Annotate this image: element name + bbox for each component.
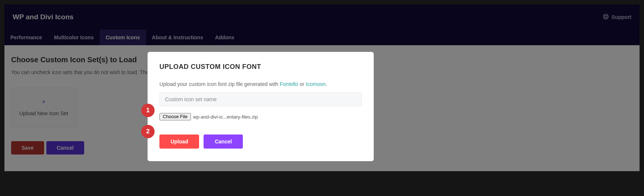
- svg-line-3: [607, 14, 608, 16]
- tab-performance[interactable]: Performance: [4, 30, 48, 45]
- tab-addons[interactable]: Addons: [209, 30, 240, 45]
- plus-icon: +: [42, 99, 45, 105]
- modal-desc-period: .: [326, 81, 327, 87]
- svg-line-4: [604, 17, 605, 19]
- svg-point-1: [605, 16, 607, 18]
- cancel-button[interactable]: Cancel: [46, 141, 84, 155]
- save-button[interactable]: Save: [11, 141, 44, 155]
- upload-modal: UPLOAD CUSTOM ICON FONT Upload your cust…: [148, 52, 374, 161]
- svg-line-2: [604, 14, 605, 16]
- upload-button[interactable]: Upload: [159, 134, 199, 149]
- modal-desc-or: or: [298, 81, 306, 87]
- tab-custom-icons[interactable]: Custom Icons: [100, 30, 146, 45]
- modal-cancel-button[interactable]: Cancel: [204, 134, 243, 149]
- header-bar: WP and Divi Icons Support: [4, 4, 640, 30]
- annotation-badge-2: 2: [141, 125, 155, 138]
- svg-line-5: [607, 17, 608, 19]
- modal-title: UPLOAD CUSTOM ICON FONT: [159, 63, 362, 71]
- modal-description: Upload your custom icon font zip file ge…: [159, 81, 362, 87]
- tabs-bar: Performance Multicolor Icons Custom Icon…: [4, 30, 640, 45]
- tab-multicolor[interactable]: Multicolor Icons: [48, 30, 100, 45]
- icomoon-link[interactable]: Icomoon: [306, 81, 326, 87]
- support-link[interactable]: Support: [602, 13, 631, 21]
- tab-about[interactable]: About & Instructions: [146, 30, 209, 45]
- page-title: WP and Divi Icons: [13, 13, 73, 21]
- annotation-badge-1: 1: [141, 104, 155, 117]
- support-label: Support: [611, 14, 631, 20]
- file-row: Choose File wp-and-divi-ic...entary-file…: [159, 113, 362, 120]
- lifebuoy-icon: [602, 13, 609, 21]
- upload-new-icon-set-card[interactable]: + Upload New Icon Set: [11, 88, 76, 127]
- fontello-link[interactable]: Fontello: [280, 81, 298, 87]
- selected-file-name: wp-and-divi-ic...entary-files.zip: [193, 114, 258, 120]
- upload-card-label: Upload New Icon Set: [19, 110, 68, 116]
- modal-buttons: Upload Cancel: [159, 134, 362, 149]
- icon-set-name-input[interactable]: [159, 92, 362, 106]
- choose-file-button[interactable]: Choose File: [159, 113, 191, 120]
- modal-desc-text: Upload your custom icon font zip file ge…: [159, 81, 280, 87]
